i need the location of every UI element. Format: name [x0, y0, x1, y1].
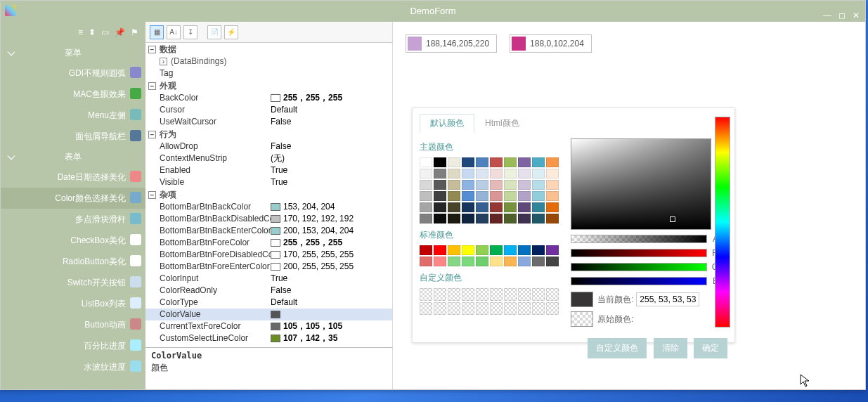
palette-color[interactable]: [462, 257, 474, 266]
red-slider[interactable]: R: [571, 248, 718, 258]
palette-color[interactable]: [504, 191, 517, 201]
palette-color[interactable]: [546, 180, 559, 190]
palette-color[interactable]: [434, 202, 446, 212]
palette-color[interactable]: [532, 169, 545, 179]
palette-color[interactable]: [420, 202, 432, 212]
palette-color[interactable]: [434, 245, 446, 255]
color-swatch-display-2[interactable]: 188,0,102,204: [510, 34, 592, 53]
sidebar-item[interactable]: CheckBox美化: [1, 230, 145, 251]
palette-color[interactable]: [518, 257, 531, 266]
palette-color[interactable]: [518, 214, 531, 223]
palette-empty-slot[interactable]: [490, 302, 503, 315]
sidebar-layout-icon[interactable]: ▭: [101, 27, 109, 37]
palette-color[interactable]: [448, 245, 460, 255]
palette-color[interactable]: [504, 157, 517, 167]
titlebar[interactable]: DemoForm — ◻ ✕: [1, 1, 865, 22]
prop-row[interactable]: UseWaitCursorFalse: [145, 116, 392, 128]
prop-value[interactable]: 170, 192, 192, 192: [271, 213, 392, 225]
palette-empty-slot[interactable]: [448, 288, 460, 301]
prop-category[interactable]: 杂项: [145, 188, 392, 201]
propgrid-sort-button[interactable]: ↧: [183, 25, 197, 39]
current-color-input[interactable]: [636, 292, 699, 306]
prop-value[interactable]: [271, 309, 392, 320]
palette-color[interactable]: [546, 169, 559, 179]
palette-empty-slot[interactable]: [532, 302, 545, 315]
prop-value[interactable]: 170, 255, 255, 255: [271, 249, 392, 261]
expand-toggle-icon[interactable]: [148, 191, 156, 199]
palette-color[interactable]: [518, 202, 531, 212]
palette-color[interactable]: [490, 191, 503, 201]
sidebar-pin-icon[interactable]: 📌: [115, 27, 125, 37]
palette-color[interactable]: [448, 169, 460, 179]
palette-color[interactable]: [490, 169, 503, 179]
palette-empty-slot[interactable]: [476, 288, 488, 301]
sidebar-item[interactable]: 面包屑导航栏: [1, 126, 145, 147]
prop-row[interactable]: ColorTypeDefault: [145, 297, 392, 309]
palette-color[interactable]: [462, 191, 474, 201]
prop-value[interactable]: False: [271, 141, 392, 153]
prop-row[interactable]: CursorDefault: [145, 104, 392, 116]
palette-empty-slot[interactable]: [434, 288, 446, 301]
palette-color[interactable]: [434, 257, 446, 266]
sidebar-group-header[interactable]: 表单: [1, 147, 145, 167]
palette-color[interactable]: [434, 180, 446, 190]
palette-color[interactable]: [462, 214, 474, 223]
palette-color[interactable]: [532, 214, 545, 223]
palette-empty-slot[interactable]: [462, 288, 474, 301]
prop-row[interactable]: VisibleTrue: [145, 176, 392, 188]
sidebar-item[interactable]: 多点滑块滑杆: [1, 209, 145, 230]
palette-color[interactable]: [504, 245, 517, 255]
maximize-icon[interactable]: ◻: [838, 5, 846, 26]
tab-html-colors[interactable]: Html颜色: [474, 114, 530, 133]
prop-value[interactable]: True: [271, 273, 392, 285]
property-grid[interactable]: 数据(DataBindings)Tag外观BackColor255，255，25…: [145, 43, 392, 347]
palette-empty-slot[interactable]: [532, 288, 545, 301]
tab-default-colors[interactable]: 默认颜色: [420, 114, 474, 133]
prop-category[interactable]: 数据: [145, 43, 392, 56]
palette-color[interactable]: [532, 191, 545, 201]
blue-slider[interactable]: B: [571, 276, 718, 286]
palette-color[interactable]: [476, 191, 488, 201]
palette-color[interactable]: [476, 180, 488, 190]
prop-value[interactable]: Default: [271, 104, 392, 116]
palette-empty-slot[interactable]: [434, 302, 446, 315]
prop-row[interactable]: BottomBarBtnBackDisabledColor170, 192, 1…: [145, 213, 392, 225]
hue-bar[interactable]: [715, 117, 730, 328]
prop-row[interactable]: CustomSelectLineColor107，142，35: [145, 332, 392, 344]
prop-value[interactable]: 255，255，255: [271, 237, 392, 249]
palette-color[interactable]: [490, 257, 503, 266]
palette-empty-slot[interactable]: [420, 302, 432, 315]
palette-color[interactable]: [420, 257, 432, 266]
prop-category[interactable]: 行为: [145, 128, 392, 141]
expand-toggle-icon[interactable]: [148, 82, 156, 90]
palette-color[interactable]: [546, 257, 559, 266]
prop-row[interactable]: AllowDropFalse: [145, 141, 392, 153]
palette-color[interactable]: [546, 191, 559, 201]
palette-color[interactable]: [462, 180, 474, 190]
palette-empty-slot[interactable]: [448, 302, 460, 315]
sidebar-item[interactable]: Date日期选择美化: [1, 167, 145, 188]
prop-row[interactable]: ContextMenuStrip(无): [145, 153, 392, 164]
palette-empty-slot[interactable]: [490, 288, 503, 301]
prop-row[interactable]: ColorInputTrue: [145, 273, 392, 285]
propgrid-categorized-button[interactable]: ▦: [150, 25, 164, 39]
palette-color[interactable]: [420, 214, 432, 223]
palette-color[interactable]: [420, 245, 432, 255]
palette-color[interactable]: [420, 157, 432, 167]
sidebar-item[interactable]: ListBox列表: [1, 293, 145, 314]
propgrid-props-icon[interactable]: 📄: [207, 25, 221, 39]
prop-value[interactable]: (无): [271, 153, 392, 164]
prop-value[interactable]: True: [271, 164, 392, 176]
palette-color[interactable]: [504, 169, 517, 179]
palette-color[interactable]: [546, 214, 559, 223]
palette-empty-slot[interactable]: [518, 302, 531, 315]
palette-empty-slot[interactable]: [476, 302, 488, 315]
palette-color[interactable]: [448, 214, 460, 223]
palette-color[interactable]: [462, 245, 474, 255]
expand-toggle-icon[interactable]: [160, 58, 167, 65]
palette-empty-slot[interactable]: [504, 288, 517, 301]
palette-color[interactable]: [420, 191, 432, 201]
palette-color[interactable]: [462, 202, 474, 212]
expand-toggle-icon[interactable]: [148, 131, 156, 138]
palette-color[interactable]: [546, 202, 559, 212]
